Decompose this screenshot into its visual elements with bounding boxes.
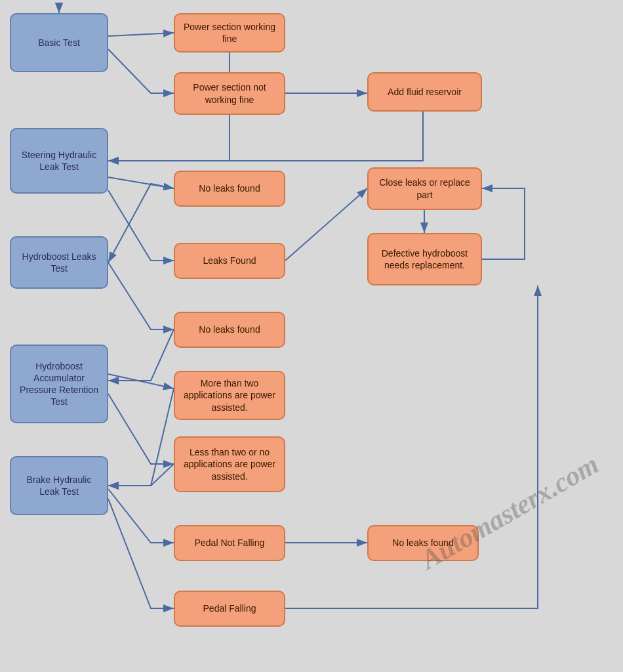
add-fluid-node: Add fluid reservoir — [367, 72, 482, 112]
svg-line-3 — [285, 188, 367, 261]
defective-hydroboost-node: Defective hydroboost needs replacement. — [367, 233, 482, 285]
steering-test-node: Steering Hydraulic Leak Test — [10, 128, 108, 194]
no-leaks-3-node: No leaks found — [367, 525, 479, 561]
arrows-svg — [0, 0, 623, 672]
power-working-node: Power section working fine — [174, 13, 285, 52]
more-than-two-node: More than two applications are power ass… — [174, 371, 285, 420]
pedal-not-falling-node: Pedal Not Falling — [174, 525, 285, 561]
hydroboost-leak-test-node: Hydroboost Leaks Test — [10, 236, 108, 289]
pedal-falling-node: Pedal Falling — [174, 591, 285, 627]
no-leaks-2-node: No leaks found — [174, 312, 285, 348]
less-than-two-node: Less than two or no applications are pow… — [174, 436, 285, 492]
no-leaks-1-node: No leaks found — [174, 171, 285, 207]
power-not-working-node: Power section not working fine — [174, 72, 285, 115]
leaks-found-node: Leaks Found — [174, 243, 285, 279]
diagram: Basic Test Steering Hydraulic Leak Test … — [0, 0, 623, 672]
hydroboost-acc-node: Hydroboost Accumulator Pressure Retentio… — [10, 345, 108, 423]
basic-test-node: Basic Test — [10, 13, 108, 72]
close-leaks-node: Close leaks or replace part — [367, 167, 482, 210]
brake-test-node: Brake Hydraulic Leak Test — [10, 456, 108, 515]
